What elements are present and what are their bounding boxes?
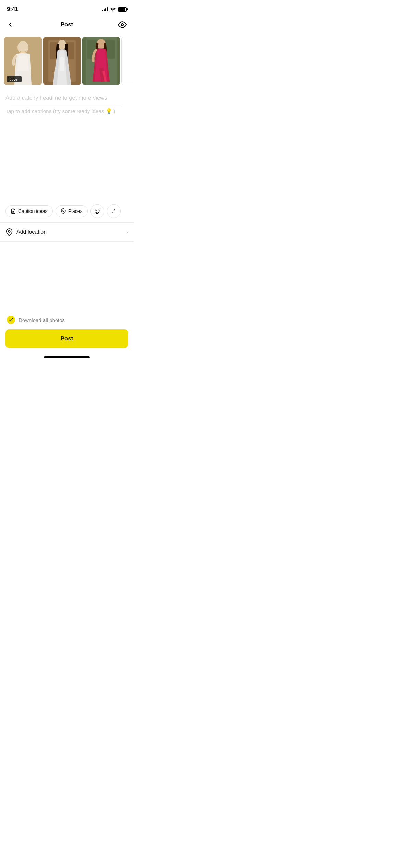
image-thumb-1[interactable]: cover <box>4 37 42 85</box>
caption-input[interactable]: Tap to add captions (try some ready idea… <box>5 106 128 118</box>
caption-ideas-icon <box>11 208 16 214</box>
photo-3-svg <box>82 37 120 85</box>
svg-point-20 <box>8 230 10 232</box>
image-thumb-3[interactable] <box>82 37 120 85</box>
status-time: 9:41 <box>7 6 18 13</box>
caption-ideas-button[interactable]: Caption ideas <box>5 205 53 217</box>
places-icon <box>61 208 66 214</box>
post-button[interactable]: Post <box>5 329 128 348</box>
hashtag-button[interactable]: # <box>107 204 121 218</box>
headline-input[interactable]: Add a catchy headline to get more views <box>5 91 128 106</box>
content-spacer <box>0 242 134 310</box>
mention-label: @ <box>95 208 100 214</box>
download-checkbox[interactable] <box>7 316 15 324</box>
preview-button[interactable] <box>113 18 127 32</box>
places-button[interactable]: Places <box>56 205 88 217</box>
svg-point-0 <box>121 24 124 26</box>
image-thumb-2[interactable] <box>43 37 81 85</box>
caption-ideas-label: Caption ideas <box>18 208 48 214</box>
home-bar <box>44 356 90 358</box>
download-label: Download all photos <box>19 317 65 323</box>
location-icon <box>5 228 13 236</box>
add-photo-button[interactable] <box>121 37 134 85</box>
status-icons <box>102 7 127 12</box>
chevron-right-icon: › <box>126 229 128 235</box>
download-row: Download all photos <box>0 310 134 329</box>
location-left: Add location <box>5 228 47 236</box>
status-bar: 9:41 <box>0 0 134 16</box>
svg-point-19 <box>63 210 64 212</box>
home-indicator <box>0 353 134 361</box>
places-label: Places <box>68 208 83 214</box>
tools-bar: Caption ideas Places @ # <box>0 200 134 222</box>
caption-placeholder-text: Tap to add captions (try some ready idea… <box>5 108 116 114</box>
mention-button[interactable]: @ <box>90 204 104 218</box>
hashtag-label: # <box>112 208 115 214</box>
wifi-icon <box>110 7 116 12</box>
nav-header: Post <box>0 16 134 34</box>
content-area: Add a catchy headline to get more views … <box>0 91 134 200</box>
back-button[interactable] <box>7 18 21 32</box>
checkmark-icon <box>9 317 13 322</box>
image-strip: cover <box>0 34 134 91</box>
svg-point-4 <box>17 41 28 53</box>
location-section: Add location › <box>0 222 134 242</box>
cover-badge: cover <box>7 76 22 82</box>
photo-2-svg <box>43 37 81 85</box>
signal-icon <box>102 7 108 11</box>
location-label: Add location <box>16 229 47 235</box>
page-title: Post <box>61 21 73 28</box>
add-location-button[interactable]: Add location › <box>0 222 134 241</box>
battery-icon <box>118 7 127 12</box>
